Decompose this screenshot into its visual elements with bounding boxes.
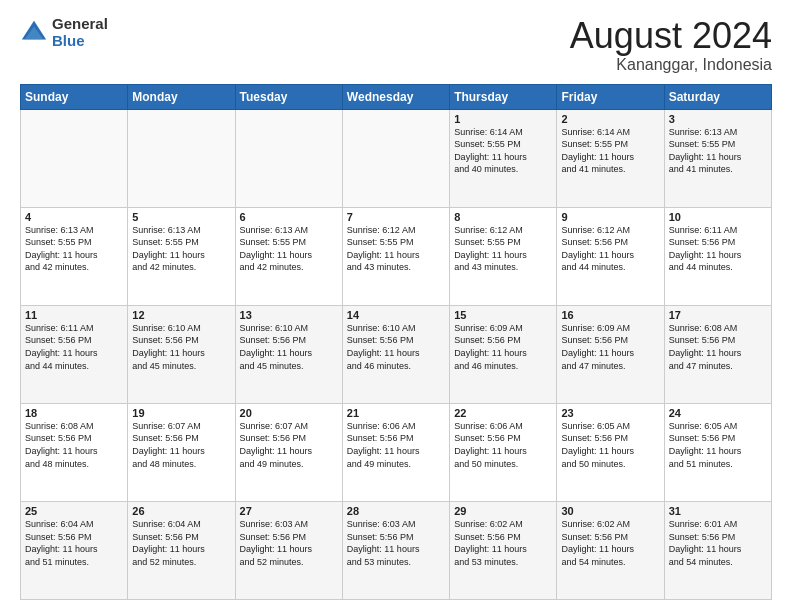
calendar-cell	[235, 109, 342, 207]
logo-general-text: General	[52, 16, 108, 33]
calendar-cell	[21, 109, 128, 207]
header-row: Sunday Monday Tuesday Wednesday Thursday…	[21, 84, 772, 109]
calendar-cell: 31Sunrise: 6:01 AM Sunset: 5:56 PM Dayli…	[664, 501, 771, 599]
calendar-cell: 13Sunrise: 6:10 AM Sunset: 5:56 PM Dayli…	[235, 305, 342, 403]
header-monday: Monday	[128, 84, 235, 109]
calendar-week-1: 1Sunrise: 6:14 AM Sunset: 5:55 PM Daylig…	[21, 109, 772, 207]
calendar-cell: 20Sunrise: 6:07 AM Sunset: 5:56 PM Dayli…	[235, 403, 342, 501]
day-info: Sunrise: 6:14 AM Sunset: 5:55 PM Dayligh…	[454, 126, 552, 176]
day-number: 25	[25, 505, 123, 517]
day-info: Sunrise: 6:03 AM Sunset: 5:56 PM Dayligh…	[347, 518, 445, 568]
day-info: Sunrise: 6:07 AM Sunset: 5:56 PM Dayligh…	[240, 420, 338, 470]
header-thursday: Thursday	[450, 84, 557, 109]
calendar-cell: 4Sunrise: 6:13 AM Sunset: 5:55 PM Daylig…	[21, 207, 128, 305]
day-number: 1	[454, 113, 552, 125]
day-number: 22	[454, 407, 552, 419]
day-info: Sunrise: 6:12 AM Sunset: 5:56 PM Dayligh…	[561, 224, 659, 274]
day-info: Sunrise: 6:10 AM Sunset: 5:56 PM Dayligh…	[347, 322, 445, 372]
calendar-header: Sunday Monday Tuesday Wednesday Thursday…	[21, 84, 772, 109]
header-wednesday: Wednesday	[342, 84, 449, 109]
day-info: Sunrise: 6:14 AM Sunset: 5:55 PM Dayligh…	[561, 126, 659, 176]
day-number: 23	[561, 407, 659, 419]
calendar-cell	[342, 109, 449, 207]
calendar-cell: 10Sunrise: 6:11 AM Sunset: 5:56 PM Dayli…	[664, 207, 771, 305]
header: General Blue August 2024 Kananggar, Indo…	[20, 16, 772, 74]
calendar-week-2: 4Sunrise: 6:13 AM Sunset: 5:55 PM Daylig…	[21, 207, 772, 305]
day-info: Sunrise: 6:02 AM Sunset: 5:56 PM Dayligh…	[454, 518, 552, 568]
day-info: Sunrise: 6:08 AM Sunset: 5:56 PM Dayligh…	[25, 420, 123, 470]
day-number: 4	[25, 211, 123, 223]
day-number: 2	[561, 113, 659, 125]
day-number: 19	[132, 407, 230, 419]
day-number: 31	[669, 505, 767, 517]
day-number: 11	[25, 309, 123, 321]
logo-blue-text: Blue	[52, 33, 108, 50]
calendar-cell: 2Sunrise: 6:14 AM Sunset: 5:55 PM Daylig…	[557, 109, 664, 207]
calendar-cell: 18Sunrise: 6:08 AM Sunset: 5:56 PM Dayli…	[21, 403, 128, 501]
calendar-cell: 24Sunrise: 6:05 AM Sunset: 5:56 PM Dayli…	[664, 403, 771, 501]
day-info: Sunrise: 6:05 AM Sunset: 5:56 PM Dayligh…	[669, 420, 767, 470]
page-title: August 2024	[570, 16, 772, 56]
day-number: 30	[561, 505, 659, 517]
day-info: Sunrise: 6:08 AM Sunset: 5:56 PM Dayligh…	[669, 322, 767, 372]
day-number: 8	[454, 211, 552, 223]
day-info: Sunrise: 6:13 AM Sunset: 5:55 PM Dayligh…	[669, 126, 767, 176]
calendar-cell: 14Sunrise: 6:10 AM Sunset: 5:56 PM Dayli…	[342, 305, 449, 403]
day-info: Sunrise: 6:02 AM Sunset: 5:56 PM Dayligh…	[561, 518, 659, 568]
day-info: Sunrise: 6:13 AM Sunset: 5:55 PM Dayligh…	[25, 224, 123, 274]
day-info: Sunrise: 6:06 AM Sunset: 5:56 PM Dayligh…	[347, 420, 445, 470]
day-number: 21	[347, 407, 445, 419]
logo: General Blue	[20, 16, 108, 49]
day-info: Sunrise: 6:06 AM Sunset: 5:56 PM Dayligh…	[454, 420, 552, 470]
day-info: Sunrise: 6:05 AM Sunset: 5:56 PM Dayligh…	[561, 420, 659, 470]
day-number: 24	[669, 407, 767, 419]
day-info: Sunrise: 6:04 AM Sunset: 5:56 PM Dayligh…	[132, 518, 230, 568]
calendar-cell	[128, 109, 235, 207]
day-info: Sunrise: 6:09 AM Sunset: 5:56 PM Dayligh…	[561, 322, 659, 372]
calendar-week-5: 25Sunrise: 6:04 AM Sunset: 5:56 PM Dayli…	[21, 501, 772, 599]
day-info: Sunrise: 6:10 AM Sunset: 5:56 PM Dayligh…	[132, 322, 230, 372]
day-number: 15	[454, 309, 552, 321]
day-number: 7	[347, 211, 445, 223]
calendar-cell: 29Sunrise: 6:02 AM Sunset: 5:56 PM Dayli…	[450, 501, 557, 599]
day-number: 26	[132, 505, 230, 517]
day-info: Sunrise: 6:10 AM Sunset: 5:56 PM Dayligh…	[240, 322, 338, 372]
calendar-cell: 11Sunrise: 6:11 AM Sunset: 5:56 PM Dayli…	[21, 305, 128, 403]
calendar-week-4: 18Sunrise: 6:08 AM Sunset: 5:56 PM Dayli…	[21, 403, 772, 501]
calendar-cell: 5Sunrise: 6:13 AM Sunset: 5:55 PM Daylig…	[128, 207, 235, 305]
calendar-cell: 30Sunrise: 6:02 AM Sunset: 5:56 PM Dayli…	[557, 501, 664, 599]
day-number: 9	[561, 211, 659, 223]
page: General Blue August 2024 Kananggar, Indo…	[0, 0, 792, 612]
day-info: Sunrise: 6:11 AM Sunset: 5:56 PM Dayligh…	[669, 224, 767, 274]
header-friday: Friday	[557, 84, 664, 109]
header-saturday: Saturday	[664, 84, 771, 109]
day-number: 10	[669, 211, 767, 223]
calendar-cell: 16Sunrise: 6:09 AM Sunset: 5:56 PM Dayli…	[557, 305, 664, 403]
day-info: Sunrise: 6:11 AM Sunset: 5:56 PM Dayligh…	[25, 322, 123, 372]
header-tuesday: Tuesday	[235, 84, 342, 109]
page-subtitle: Kananggar, Indonesia	[570, 56, 772, 74]
day-info: Sunrise: 6:13 AM Sunset: 5:55 PM Dayligh…	[132, 224, 230, 274]
calendar-cell: 22Sunrise: 6:06 AM Sunset: 5:56 PM Dayli…	[450, 403, 557, 501]
header-sunday: Sunday	[21, 84, 128, 109]
day-number: 6	[240, 211, 338, 223]
calendar-cell: 27Sunrise: 6:03 AM Sunset: 5:56 PM Dayli…	[235, 501, 342, 599]
day-number: 12	[132, 309, 230, 321]
calendar-cell: 25Sunrise: 6:04 AM Sunset: 5:56 PM Dayli…	[21, 501, 128, 599]
day-number: 20	[240, 407, 338, 419]
day-info: Sunrise: 6:12 AM Sunset: 5:55 PM Dayligh…	[347, 224, 445, 274]
day-number: 3	[669, 113, 767, 125]
calendar-cell: 3Sunrise: 6:13 AM Sunset: 5:55 PM Daylig…	[664, 109, 771, 207]
day-number: 16	[561, 309, 659, 321]
day-info: Sunrise: 6:03 AM Sunset: 5:56 PM Dayligh…	[240, 518, 338, 568]
day-number: 28	[347, 505, 445, 517]
day-info: Sunrise: 6:13 AM Sunset: 5:55 PM Dayligh…	[240, 224, 338, 274]
calendar-cell: 1Sunrise: 6:14 AM Sunset: 5:55 PM Daylig…	[450, 109, 557, 207]
title-block: August 2024 Kananggar, Indonesia	[570, 16, 772, 74]
day-info: Sunrise: 6:07 AM Sunset: 5:56 PM Dayligh…	[132, 420, 230, 470]
day-info: Sunrise: 6:01 AM Sunset: 5:56 PM Dayligh…	[669, 518, 767, 568]
day-number: 17	[669, 309, 767, 321]
calendar-cell: 21Sunrise: 6:06 AM Sunset: 5:56 PM Dayli…	[342, 403, 449, 501]
calendar-cell: 9Sunrise: 6:12 AM Sunset: 5:56 PM Daylig…	[557, 207, 664, 305]
logo-text: General Blue	[52, 16, 108, 49]
